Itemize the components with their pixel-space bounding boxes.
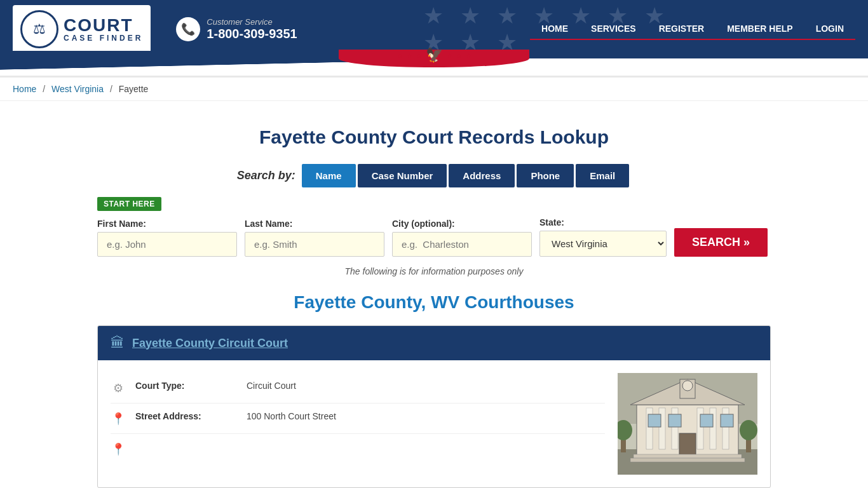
- page-title: Fayette County Court Records Lookup: [97, 126, 771, 148]
- nav-member-help[interactable]: MEMBER HELP: [715, 18, 804, 40]
- eagle-content: ★ ★ ★ 🦅 ★ ★ ★: [397, 47, 471, 64]
- city-group: City (optional):: [392, 219, 532, 257]
- street-address-row: 📍 Street Address: 100 North Court Street: [111, 403, 605, 434]
- info-note: The following is for information purpose…: [97, 266, 771, 276]
- court-type-label: Court Type:: [135, 381, 237, 391]
- svg-rect-11: [679, 433, 696, 456]
- svg-rect-12: [648, 414, 661, 427]
- courthouse-body: ⚙ Court Type: Circuit Court 📍 Street Add…: [98, 360, 770, 487]
- breadcrumb-home[interactable]: Home: [13, 84, 36, 94]
- state-select[interactable]: West Virginia Alabama Alaska Arizona Ark…: [539, 231, 667, 257]
- search-form: First Name: Last Name: City (optional): …: [97, 217, 771, 257]
- courthouse-card: 🏛 Fayette County Circuit Court ⚙ Court T…: [97, 325, 771, 488]
- tab-phone[interactable]: Phone: [517, 164, 574, 187]
- court-type-row: ⚙ Court Type: Circuit Court: [111, 373, 605, 403]
- star-left-3: ★: [416, 52, 422, 59]
- last-name-label: Last Name:: [245, 219, 384, 229]
- breadcrumb-state[interactable]: West Virginia: [51, 84, 104, 94]
- street-address-label: Street Address:: [135, 411, 237, 421]
- main-content: Fayette County Court Records Lookup Sear…: [85, 101, 783, 488]
- phone-section: 📞 Customer Service 1-800-309-9351: [176, 17, 297, 41]
- svg-rect-14: [700, 414, 713, 427]
- breadcrumb-county: Fayette: [119, 84, 149, 94]
- logo-case-finder-label: CASE FINDER: [64, 34, 143, 42]
- phone-text: Customer Service 1-800-309-9351: [207, 17, 297, 41]
- logo-text: COURT CASE FINDER: [64, 17, 143, 42]
- court-type-icon: ⚙: [111, 381, 126, 395]
- svg-rect-15: [721, 414, 733, 427]
- last-name-input[interactable]: [245, 232, 384, 257]
- breadcrumb-sep-2: /: [110, 84, 112, 94]
- street-address-value: 100 North Court Street: [247, 411, 336, 421]
- logo-court-label: COURT: [64, 17, 143, 34]
- svg-point-23: [740, 420, 757, 440]
- customer-service-label: Customer Service: [207, 17, 297, 27]
- courthouse-sketch: [618, 373, 757, 475]
- star-left-1: ★: [397, 52, 403, 59]
- search-by-label: Search by:: [237, 169, 295, 182]
- breadcrumb: Home / West Virginia / Fayette: [0, 78, 868, 101]
- star-left-2: ★: [407, 52, 412, 59]
- courthouses-title: Fayette County, WV Courthouses: [97, 292, 771, 313]
- courthouse-image: [618, 373, 757, 475]
- state-label: State:: [539, 217, 667, 227]
- svg-point-19: [682, 381, 693, 391]
- search-button[interactable]: SEARCH »: [674, 228, 768, 257]
- start-here-label: START HERE: [97, 197, 161, 211]
- courthouse-info: ⚙ Court Type: Circuit Court 📍 Street Add…: [111, 373, 605, 475]
- phone-icon: 📞: [176, 17, 200, 41]
- start-here-badge: START HERE: [97, 197, 771, 217]
- tab-address[interactable]: Address: [449, 164, 515, 187]
- eagle-icon: 🦅: [426, 47, 443, 64]
- city-label: City (optional):: [392, 219, 532, 229]
- star-right-3: ★: [466, 52, 471, 59]
- last-name-group: Last Name:: [245, 219, 384, 257]
- first-name-label: First Name:: [97, 219, 237, 229]
- first-name-group: First Name:: [97, 219, 237, 257]
- first-name-input[interactable]: [97, 232, 237, 257]
- extra-row: 📍: [111, 434, 605, 464]
- star-right-2: ★: [456, 52, 462, 59]
- city-input[interactable]: [392, 232, 532, 257]
- courthouse-building-icon: 🏛: [111, 335, 125, 351]
- tab-name[interactable]: Name: [302, 164, 356, 187]
- logo-emblem-icon: ⚖: [20, 10, 58, 48]
- svg-rect-16: [634, 454, 742, 458]
- nav-login[interactable]: LOGIN: [804, 18, 855, 40]
- search-by-row: Search by: Name Case Number Address Phon…: [97, 164, 771, 187]
- courthouse-header: 🏛 Fayette County Circuit Court: [98, 326, 770, 360]
- extra-icon: 📍: [111, 442, 126, 456]
- site-logo[interactable]: ⚖ COURT CASE FINDER: [13, 5, 151, 53]
- courthouse-name-link[interactable]: Fayette County Circuit Court: [132, 337, 288, 350]
- state-group: State: West Virginia Alabama Alaska Ariz…: [539, 217, 667, 257]
- court-type-value: Circuit Court: [247, 381, 296, 391]
- breadcrumb-sep-1: /: [43, 84, 45, 94]
- svg-rect-17: [630, 458, 745, 462]
- phone-number: 1-800-309-9351: [207, 27, 297, 41]
- tab-email[interactable]: Email: [576, 164, 629, 187]
- eagle-band: ★ ★ ★ 🦅 ★ ★ ★: [0, 58, 868, 78]
- address-pin-icon: 📍: [111, 412, 126, 426]
- svg-rect-13: [668, 414, 681, 427]
- tab-case-number[interactable]: Case Number: [358, 164, 447, 187]
- star-right-1: ★: [447, 52, 452, 59]
